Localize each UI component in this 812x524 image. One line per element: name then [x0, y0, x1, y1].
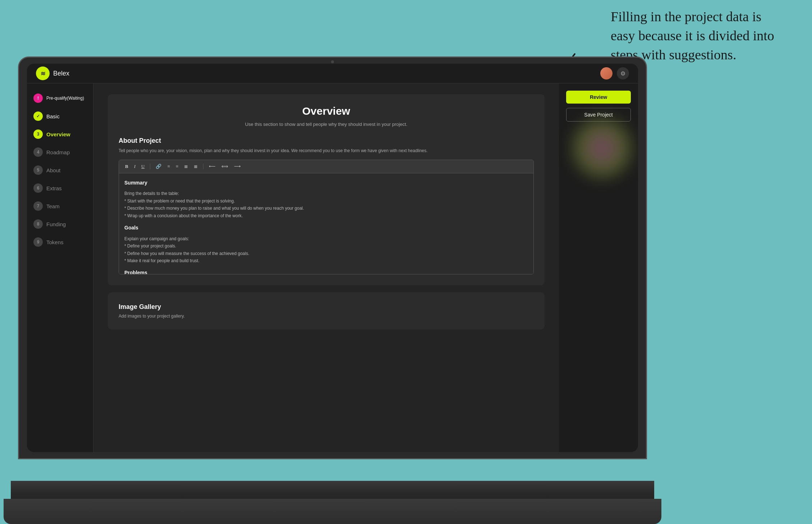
sidebar-item-overview[interactable]: 3 Overview: [27, 127, 93, 142]
logo-area: ≋ Belex: [36, 67, 69, 80]
gear-icon: ⚙: [620, 70, 625, 77]
logo-name: Belex: [53, 70, 69, 77]
main-content: ! Pre-qualify(Waiting) ✓ Basic 3 Overvie…: [27, 83, 638, 452]
macbook-wrapper: ≋ Belex ⚙ !: [18, 56, 665, 524]
top-bar-right: ⚙: [600, 67, 629, 79]
ordered-list-button[interactable]: ≡: [174, 163, 180, 170]
sidebar-item-about[interactable]: 5 About: [27, 163, 93, 178]
logo-icon: ≋: [36, 67, 50, 80]
camera-dot: [331, 60, 334, 63]
step-badge-3: 3: [33, 129, 43, 139]
sidebar-label-2: Basic: [46, 113, 60, 119]
sidebar-item-funding[interactable]: 8 Funding: [27, 217, 93, 232]
step-badge-5: 5: [33, 165, 43, 175]
macbook-screen-outer: ≋ Belex ⚙ !: [18, 56, 647, 459]
overview-card: Overview Use this section to show and te…: [108, 94, 545, 285]
sidebar-label-4: Roadmap: [46, 149, 70, 155]
sidebar-label-5: About: [46, 167, 60, 173]
bold-button[interactable]: B: [123, 163, 130, 170]
about-project-title: About Project: [119, 137, 534, 145]
editor-content[interactable]: Summary Bring the details to the table: …: [119, 173, 533, 274]
sidebar-label-7: Team: [46, 203, 60, 209]
center-content: Overview Use this section to show and te…: [93, 83, 559, 452]
overview-title: Overview: [119, 105, 534, 117]
save-project-button[interactable]: Save Project: [566, 108, 631, 122]
sidebar-item-prequalify[interactable]: ! Pre-qualify(Waiting): [27, 91, 93, 106]
avatar[interactable]: [600, 67, 613, 79]
gear-button[interactable]: ⚙: [617, 67, 629, 79]
sidebar: ! Pre-qualify(Waiting) ✓ Basic 3 Overvie…: [27, 83, 93, 452]
list-button[interactable]: ≡: [165, 163, 171, 170]
sidebar-label-1: Pre-qualify(Waiting): [46, 96, 84, 101]
editor-section-summary-title: Summary: [124, 179, 528, 187]
step-badge-6: 6: [33, 183, 43, 193]
step-badge-4: 4: [33, 147, 43, 157]
macbook-screen-inner: ≋ Belex ⚙ !: [27, 64, 638, 452]
sidebar-item-team[interactable]: 7 Team: [27, 199, 93, 214]
image-gallery-card: Image Gallery Add images to your project…: [108, 292, 545, 329]
code-button[interactable]: ≣: [192, 163, 199, 170]
sidebar-label-9: Tokens: [46, 239, 64, 245]
blockquote-button[interactable]: ≣: [182, 163, 190, 170]
link-button[interactable]: 🔗: [154, 163, 163, 170]
overview-subtitle: Use this section to show and tell people…: [119, 121, 534, 128]
sidebar-item-extras[interactable]: 6 Extras: [27, 181, 93, 196]
step-badge-1: !: [33, 94, 43, 103]
align-left-button[interactable]: ⟵: [207, 163, 217, 170]
step-badge-2: ✓: [33, 111, 43, 121]
image-gallery-title: Image Gallery: [119, 303, 534, 311]
sidebar-label-3: Overview: [46, 131, 70, 137]
sidebar-label-6: Extras: [46, 185, 62, 191]
editor-section-summary-body: Bring the details to the table: * Start …: [124, 190, 528, 219]
toolbar-separator-1: [150, 164, 150, 169]
editor-section-goals-title: Goals: [124, 224, 528, 232]
top-bar: ≋ Belex ⚙: [27, 64, 638, 83]
sidebar-label-8: Funding: [46, 221, 66, 227]
about-project-desc: Tell people who you are, your vision, mi…: [119, 147, 534, 154]
review-button[interactable]: Review: [566, 91, 631, 104]
sidebar-item-tokens[interactable]: 9 Tokens: [27, 234, 93, 250]
toolbar-separator-2: [203, 164, 203, 169]
editor-section-problems-title: Problems: [124, 269, 528, 274]
editor-container: B I U 🔗 ≡ ≡ ≣ ≣ ⟵: [119, 160, 534, 274]
right-panel: Review Save Project: [559, 83, 638, 452]
align-center-button[interactable]: ⟺: [220, 163, 230, 170]
align-right-button[interactable]: ⟶: [232, 163, 243, 170]
editor-section-goals-body: Explain your campaign and goals: * Defin…: [124, 235, 528, 265]
step-badge-8: 8: [33, 219, 43, 229]
italic-button[interactable]: I: [132, 163, 137, 170]
app-container: ≋ Belex ⚙ !: [27, 64, 638, 452]
sidebar-item-basic[interactable]: ✓ Basic: [27, 109, 93, 124]
underline-button[interactable]: U: [139, 163, 146, 170]
image-gallery-desc: Add images to your project gallery.: [119, 314, 534, 319]
step-badge-7: 7: [33, 201, 43, 211]
annotation-text: Filling in the project data is easy beca…: [611, 7, 783, 65]
sidebar-item-roadmap[interactable]: 4 Roadmap: [27, 145, 93, 160]
macbook-base: [4, 499, 661, 524]
editor-toolbar: B I U 🔗 ≡ ≡ ≣ ≣ ⟵: [119, 160, 533, 173]
step-badge-9: 9: [33, 237, 43, 247]
